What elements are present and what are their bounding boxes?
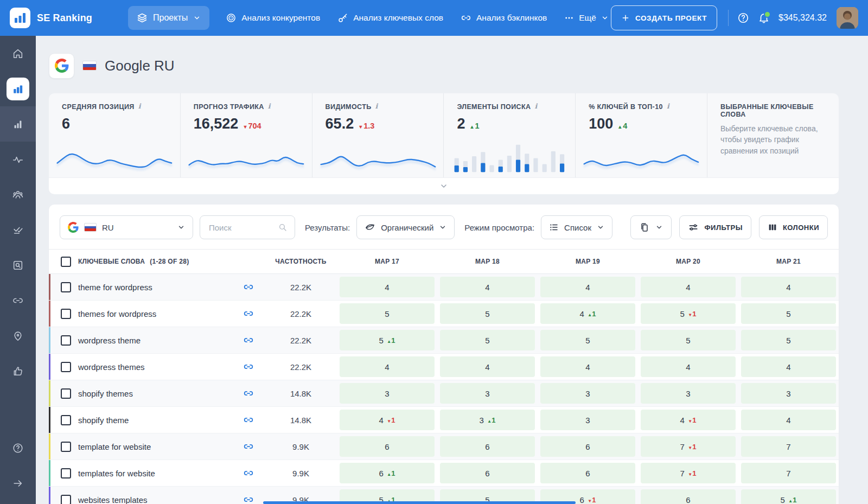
position-cell[interactable]: 7▾1 xyxy=(638,433,738,460)
keyword-text[interactable]: templates for website xyxy=(78,469,155,478)
date-column-header-2[interactable]: МАР 19 xyxy=(538,258,638,265)
keyword-url-link-icon[interactable] xyxy=(243,388,254,399)
sidebar-item-audit[interactable] xyxy=(0,212,36,247)
info-icon[interactable]: i xyxy=(534,103,537,110)
position-cell[interactable]: 5 xyxy=(337,301,437,327)
position-cell[interactable]: 5▴1 xyxy=(337,327,437,353)
row-checkbox[interactable] xyxy=(61,309,71,319)
keyword-url-link-icon[interactable] xyxy=(243,308,254,319)
row-checkbox[interactable] xyxy=(61,442,71,452)
view-mode-select[interactable]: Список xyxy=(541,215,612,239)
position-cell[interactable]: 4 xyxy=(638,354,738,380)
search-input[interactable] xyxy=(208,222,273,233)
nav-link-0[interactable]: Анализ конкурентов xyxy=(226,12,320,23)
position-cell[interactable]: 5 xyxy=(437,301,538,327)
date-column-header-1[interactable]: МАР 18 xyxy=(437,258,538,265)
position-cell[interactable]: 6 xyxy=(437,433,538,460)
sidebar-item-competitors[interactable] xyxy=(0,177,36,212)
position-cell[interactable]: 3 xyxy=(437,380,538,406)
sidebar-item-local[interactable] xyxy=(0,318,36,353)
info-icon[interactable]: i xyxy=(268,103,271,110)
keyword-text[interactable]: template for website xyxy=(78,442,151,451)
position-cell[interactable]: 6▴1 xyxy=(337,460,437,486)
nav-link-2[interactable]: Анализ бэклинков xyxy=(461,12,547,23)
row-checkbox[interactable] xyxy=(61,415,71,425)
keyword-text[interactable]: shopify themes xyxy=(78,389,133,398)
position-cell[interactable]: 4 xyxy=(738,407,839,433)
search-engine-select[interactable]: RU xyxy=(60,215,193,239)
sidebar-item-analytics[interactable] xyxy=(0,106,36,142)
create-project-button[interactable]: СОЗДАТЬ ПРОЕКТ xyxy=(611,5,717,30)
position-cell[interactable]: 7 xyxy=(738,433,839,460)
keyword-url-link-icon[interactable] xyxy=(243,441,254,452)
position-cell[interactable]: 7 xyxy=(738,460,839,486)
position-cell[interactable]: 5▴1 xyxy=(738,487,839,504)
row-checkbox[interactable] xyxy=(61,335,71,346)
position-cell[interactable]: 4 xyxy=(538,354,638,380)
more-menu[interactable]: Ещё xyxy=(564,13,609,23)
sidebar-item-insights[interactable] xyxy=(0,142,36,177)
sidebar-item-page-check[interactable] xyxy=(0,247,36,283)
keyword-url-link-icon[interactable] xyxy=(243,494,254,504)
row-checkbox[interactable] xyxy=(61,388,71,399)
position-cell[interactable]: 4 xyxy=(437,274,538,300)
position-cell[interactable]: 4 xyxy=(337,354,437,380)
position-cell[interactable]: 6 xyxy=(337,433,437,460)
position-cell[interactable]: 5 xyxy=(738,301,839,327)
position-cell[interactable]: 4 xyxy=(337,274,437,300)
horizontal-scrollbar[interactable] xyxy=(263,501,576,504)
sidebar-item-expand[interactable] xyxy=(0,465,36,501)
position-cell[interactable]: 3 xyxy=(337,380,437,406)
sidebar-item-backlinks[interactable] xyxy=(0,283,36,318)
position-cell[interactable]: 5 xyxy=(437,327,538,353)
position-cell[interactable]: 3▴1 xyxy=(437,407,538,433)
info-icon[interactable]: i xyxy=(138,103,141,110)
position-cell[interactable]: 4 xyxy=(738,354,839,380)
sidebar-item-help[interactable] xyxy=(0,430,36,465)
sidebar-item-social[interactable] xyxy=(0,353,36,388)
keyword-search-field[interactable] xyxy=(200,215,295,239)
position-cell[interactable]: 3 xyxy=(738,380,839,406)
sidebar-item-home[interactable] xyxy=(0,36,36,71)
select-all-checkbox[interactable] xyxy=(61,257,71,267)
keyword-text[interactable]: theme for wordpress xyxy=(78,283,152,292)
keyword-text[interactable]: websites templates xyxy=(78,495,148,504)
keyword-text[interactable]: wordpress themes xyxy=(78,362,145,372)
position-cell[interactable]: 6 xyxy=(538,460,638,486)
keyword-url-link-icon[interactable] xyxy=(243,414,254,425)
date-column-header-4[interactable]: МАР 21 xyxy=(738,258,839,265)
position-cell[interactable]: 4 xyxy=(638,274,738,300)
date-column-header-0[interactable]: МАР 17 xyxy=(337,258,437,265)
keyword-text[interactable]: wordpress theme xyxy=(78,336,141,345)
position-cell[interactable]: 6 xyxy=(638,487,738,504)
position-cell[interactable]: 6 xyxy=(437,460,538,486)
brand[interactable]: SE Ranking xyxy=(10,8,92,28)
keyword-url-link-icon[interactable] xyxy=(243,361,254,372)
row-checkbox[interactable] xyxy=(61,282,71,292)
date-column-header-3[interactable]: МАР 20 xyxy=(638,258,738,265)
row-checkbox[interactable] xyxy=(61,362,71,372)
position-cell[interactable]: 4 xyxy=(538,274,638,300)
position-cell[interactable]: 3 xyxy=(538,380,638,406)
position-cell[interactable]: 6 xyxy=(538,433,638,460)
columns-button[interactable]: КОЛОНКИ xyxy=(759,215,828,239)
notifications-bell-icon[interactable] xyxy=(758,12,770,24)
keyword-url-link-icon[interactable] xyxy=(243,282,254,292)
position-cell[interactable]: 5 xyxy=(738,327,839,353)
copy-dropdown-button[interactable] xyxy=(630,215,672,239)
position-cell[interactable]: 3 xyxy=(538,407,638,433)
position-cell[interactable]: 4▾1 xyxy=(337,407,437,433)
row-checkbox[interactable] xyxy=(61,468,71,479)
keyword-text[interactable]: themes for wordpress xyxy=(78,309,156,318)
account-balance[interactable]: $345,324.32 xyxy=(778,13,827,23)
projects-dropdown[interactable]: Проекты xyxy=(128,6,209,30)
keyword-url-link-icon[interactable] xyxy=(243,335,254,346)
position-cell[interactable]: 4▾1 xyxy=(638,407,738,433)
filters-button[interactable]: ФИЛЬТРЫ xyxy=(679,215,751,239)
position-cell[interactable]: 4 xyxy=(738,274,839,300)
position-cell[interactable]: 4 xyxy=(437,354,538,380)
info-icon[interactable]: i xyxy=(667,103,669,110)
user-avatar[interactable] xyxy=(837,7,858,29)
row-checkbox[interactable] xyxy=(61,495,71,504)
sidebar-item-rankings[interactable] xyxy=(0,71,36,106)
